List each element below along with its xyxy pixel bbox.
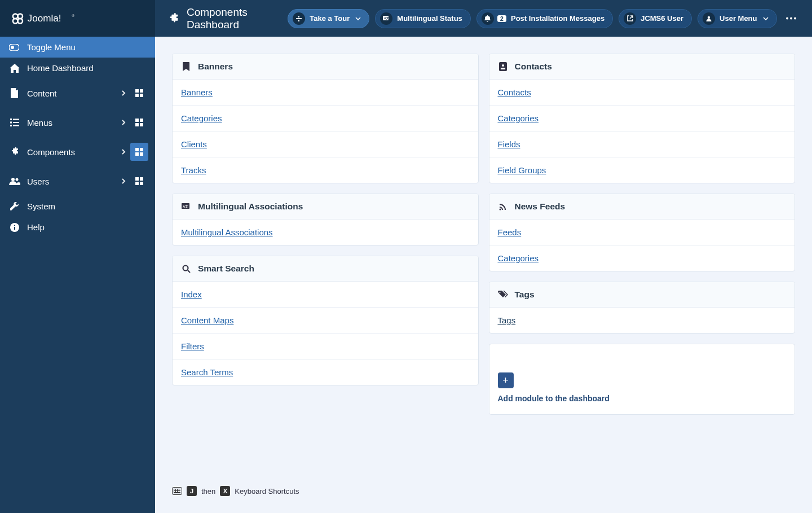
more-menu-button[interactable]: [783, 8, 800, 29]
svg-point-50: [500, 208, 501, 210]
panel-link[interactable]: Index: [173, 282, 478, 307]
svg-text:A文: A文: [384, 16, 389, 20]
panel-link[interactable]: Tags: [489, 308, 795, 333]
bookmark-icon: [181, 62, 191, 71]
page-title: Components Dashboard: [167, 6, 282, 31]
svg-point-3: [17, 19, 23, 24]
panel-list: ContactsCategoriesFieldsField Groups: [489, 80, 795, 183]
svg-point-34: [14, 225, 15, 226]
dashboard-button[interactable]: [130, 113, 148, 131]
svg-rect-17: [13, 125, 19, 126]
language-icon: A文: [380, 12, 392, 25]
panel-multilingual-associations: A文 Multilingual Associations Multilingua…: [172, 194, 479, 245]
chevron-right-icon: [121, 178, 126, 185]
site-link-button[interactable]: JCMS6 User: [619, 9, 692, 28]
panel-title: Contacts: [515, 62, 552, 72]
panel-link[interactable]: Field Groups: [489, 157, 795, 183]
keyboard-shortcuts-hint[interactable]: J then X Keyboard Shortcuts: [155, 478, 316, 513]
add-module-label: Add module to the dashboard: [498, 394, 787, 403]
panel-link[interactable]: Filters: [173, 333, 478, 359]
svg-rect-10: [135, 94, 139, 97]
post-installation-button[interactable]: 2 Post Installation Messages: [476, 9, 613, 28]
panel-contacts: Contacts ContactsCategoriesFieldsField G…: [489, 54, 796, 183]
panel-link[interactable]: Contacts: [489, 80, 795, 105]
toggle-menu-label: Toggle Menu: [27, 42, 76, 52]
svg-point-0: [13, 14, 18, 19]
lang-icon: A文: [181, 203, 191, 210]
panel-link[interactable]: Categories: [173, 105, 478, 131]
sidebar-item-menus[interactable]: Menus: [0, 108, 155, 137]
panel-list: BannersCategoriesClientsTracks: [173, 80, 478, 183]
panel-link[interactable]: Categories: [489, 245, 795, 271]
svg-point-1: [17, 14, 23, 19]
tour-icon: [293, 12, 305, 25]
panel-link[interactable]: Content Maps: [173, 307, 478, 333]
panel-banners: Banners BannersCategoriesClientsTracks: [172, 54, 479, 183]
panel-title: Tags: [515, 290, 535, 300]
svg-rect-33: [14, 227, 15, 230]
user-menu-button[interactable]: User Menu: [698, 9, 776, 28]
toggle-icon: [9, 44, 19, 51]
multilingual-status-button[interactable]: A文 Multilingual Status: [375, 9, 471, 28]
dashboard-button[interactable]: [130, 172, 148, 190]
sidebar-item-label: Content: [27, 89, 121, 98]
panel-title: News Feeds: [515, 201, 566, 212]
panel-header: News Feeds: [489, 194, 795, 220]
svg-text:Joomla!: Joomla!: [28, 12, 61, 24]
panel-link[interactable]: Banners: [173, 80, 478, 105]
svg-rect-49: [501, 68, 505, 69]
info-icon: [9, 223, 20, 232]
sidebar-item-home-dashboard[interactable]: Home Dashboard: [0, 58, 155, 78]
sidebar-item-help[interactable]: Help: [0, 217, 155, 238]
card-icon: [498, 62, 508, 71]
sidebar-item-content[interactable]: Content: [0, 78, 155, 108]
svg-rect-25: [140, 152, 143, 156]
svg-rect-22: [135, 148, 139, 151]
tags-icon: [498, 291, 508, 299]
panel-list: IndexContent MapsFiltersSearch Terms: [173, 282, 478, 385]
notification-badge: 2: [497, 15, 506, 22]
take-tour-button[interactable]: Take a Tour: [288, 9, 369, 28]
panel-link[interactable]: Categories: [489, 105, 795, 131]
panel-link[interactable]: Search Terms: [173, 359, 478, 385]
panel-title: Multilingual Associations: [198, 201, 303, 212]
chevron-right-icon: [121, 148, 126, 155]
chevron-right-icon: [121, 90, 126, 97]
svg-rect-36: [298, 16, 299, 17]
toggle-menu-button[interactable]: Toggle Menu: [0, 37, 155, 58]
svg-rect-16: [13, 122, 19, 123]
chevron-down-icon: [763, 17, 769, 20]
sidebar-item-label: Components: [27, 147, 121, 157]
chevron-right-icon: [121, 119, 126, 126]
puzzle-icon: [9, 147, 20, 157]
panel-news-feeds: News Feeds FeedsCategories: [489, 194, 796, 271]
panel-link[interactable]: Fields: [489, 131, 795, 157]
svg-rect-8: [135, 89, 139, 93]
svg-rect-28: [135, 177, 139, 181]
sidebar-item-label: Help: [27, 222, 146, 232]
panel-link[interactable]: Tracks: [173, 157, 478, 183]
puzzle-icon: [167, 12, 180, 25]
svg-rect-19: [140, 119, 143, 122]
panel-link[interactable]: Feeds: [489, 220, 795, 245]
svg-rect-15: [13, 119, 19, 120]
file-icon: [9, 88, 20, 98]
add-module-panel: + Add module to the dashboard: [489, 344, 796, 415]
panel-title: Banners: [198, 62, 233, 72]
sidebar-item-users[interactable]: Users: [0, 166, 155, 196]
sidebar: Joomla!® Toggle Menu Home Dashboard Cont…: [0, 0, 155, 513]
dashboard-button[interactable]: [130, 84, 148, 102]
sidebar-item-components[interactable]: Components: [0, 137, 155, 166]
panel-link[interactable]: Clients: [173, 131, 478, 157]
sidebar-item-label: Users: [27, 177, 121, 186]
dashboard-button[interactable]: [130, 143, 148, 161]
svg-rect-18: [135, 119, 139, 122]
joomla-logo[interactable]: Joomla!®: [0, 0, 155, 37]
svg-rect-29: [140, 177, 143, 181]
panel-link[interactable]: Multilingual Associations: [173, 220, 478, 245]
chevron-down-icon: [355, 17, 361, 20]
svg-rect-23: [140, 148, 143, 151]
add-module-button[interactable]: +: [498, 372, 514, 388]
sidebar-item-label: System: [27, 201, 146, 211]
sidebar-item-system[interactable]: System: [0, 196, 155, 217]
